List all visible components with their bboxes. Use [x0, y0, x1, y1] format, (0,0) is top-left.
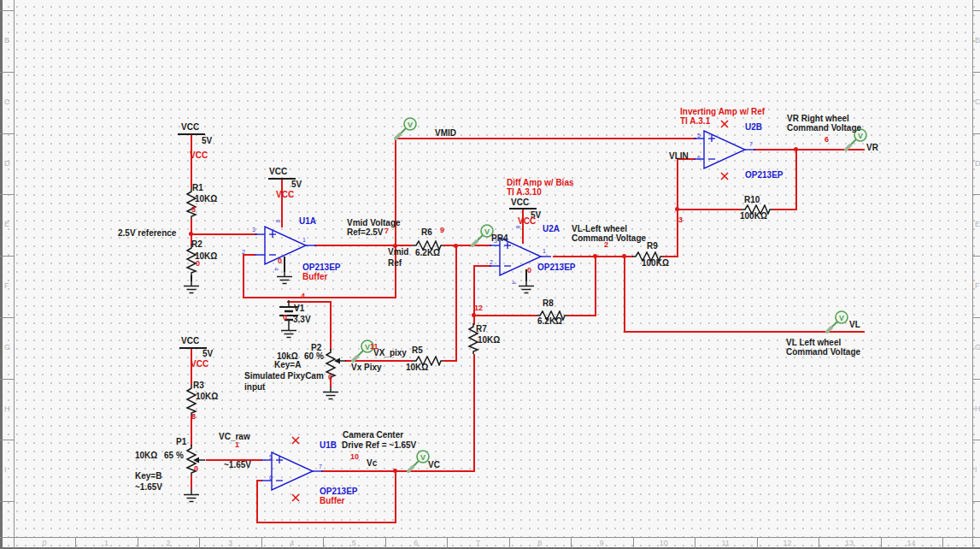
net-label: 7	[384, 227, 389, 235]
ground-symbol[interactable]	[276, 271, 293, 285]
ground-symbol[interactable]	[280, 325, 297, 339]
sheet-row-divider	[0, 317, 14, 318]
sheet-row-divider	[972, 133, 980, 134]
wire[interactable]	[678, 209, 742, 210]
schematic-canvas[interactable]: V V V V V V VCC 5V VCC VCC 5V VCC VCC 5V…	[0, 0, 980, 549]
net-label: 2	[604, 240, 608, 249]
probe-vmid-icon[interactable]: V	[392, 115, 421, 141]
net-label: 1	[235, 440, 239, 449]
source-value: 3.3V	[293, 315, 311, 324]
ground-symbol[interactable]	[183, 280, 200, 294]
resistor-value: 6.2KΩ	[537, 316, 562, 326]
ground-symbol[interactable]	[518, 280, 535, 294]
annotation-vl-out: Command Voltage	[786, 347, 860, 357]
wire[interactable]	[330, 303, 332, 351]
wire[interactable]	[473, 315, 537, 316]
wire[interactable]	[243, 254, 244, 298]
sheet-row-label: H	[4, 404, 10, 413]
ground-symbol[interactable]	[322, 387, 339, 400]
block-title: TI A.3.10	[507, 187, 542, 197]
wire[interactable]	[567, 315, 596, 316]
vcc-label: VCC	[181, 336, 199, 345]
pin-number: 8	[275, 220, 281, 223]
sheet-row-label: C	[975, 97, 980, 106]
sheet-border-line	[972, 0, 973, 549]
wire[interactable]	[191, 475, 192, 489]
wire[interactable]	[474, 265, 491, 267]
vcc-net-label: VCC	[191, 359, 208, 369]
opamp-part: OP213EP	[302, 263, 340, 272]
resistor-ref: R6	[421, 227, 432, 237]
probe-vl-icon[interactable]: V	[824, 309, 853, 334]
svg-text:V: V	[858, 132, 863, 140]
sheet-row-divider	[0, 194, 14, 195]
no-connect-x	[719, 119, 730, 129]
vcc-net-label: VCC	[190, 151, 208, 160]
wire[interactable]	[256, 522, 396, 523]
opamp-ref: U1B	[320, 440, 337, 450]
sheet-column-label: 13	[819, 539, 880, 547]
net-label: 5	[191, 205, 196, 214]
resistor-value: 10KΩ	[478, 335, 500, 345]
wire[interactable]	[244, 254, 255, 256]
annotation-pixycam: input	[244, 382, 265, 392]
annotation-camera: Camera Center	[343, 430, 403, 440]
resistor-ref: R1	[192, 183, 203, 192]
ground-symbol[interactable]	[183, 489, 200, 503]
resistor-value: 10KΩ	[406, 363, 428, 372]
vcc-symbol[interactable]	[178, 133, 205, 135]
vcc-label: VCC	[269, 167, 287, 176]
junction-dot	[675, 207, 679, 211]
wire-vc[interactable]	[321, 470, 475, 472]
svg-text:V: V	[484, 227, 490, 236]
wire[interactable]	[624, 256, 625, 333]
wire[interactable]	[191, 135, 192, 188]
sheet-row-divider	[972, 440, 980, 440]
wire[interactable]	[455, 245, 457, 362]
probe-caption: Vx Pixy	[351, 363, 382, 372]
wire[interactable]	[795, 149, 797, 210]
vcc-symbol[interactable]	[509, 208, 537, 210]
sheet-column-label: 0	[14, 539, 75, 547]
net-label: 8	[191, 412, 196, 421]
annotation-vr-cmd: VR Right wheel	[787, 114, 849, 123]
opamp-u2b[interactable]	[694, 130, 757, 169]
resistor-ref: R9	[647, 241, 658, 251]
wiper-arrow-p2[interactable]	[333, 356, 347, 366]
block-title: Inverting Amp w/ Ref	[680, 107, 765, 116]
wire[interactable]	[595, 256, 596, 316]
wire[interactable]	[191, 233, 257, 235]
opamp-role: Buffer	[302, 272, 327, 281]
net-label: 0	[328, 373, 332, 381]
no-connect-x	[290, 493, 301, 503]
net-label: 10	[350, 452, 359, 461]
sheet-row-label: E	[4, 220, 9, 228]
annotation-vl-cmd: VL-Left wheel	[572, 224, 627, 233]
wire-vmid[interactable]	[396, 138, 696, 139]
pot-key: Key=A	[274, 360, 301, 369]
resistor-r1[interactable]	[185, 188, 197, 219]
wire[interactable]	[443, 360, 457, 362]
annotation-pixycam: Simulated PixyCam	[244, 371, 324, 381]
pin-number: 4	[273, 268, 279, 271]
vcc-value: 5V	[202, 349, 213, 358]
wire[interactable]	[243, 297, 396, 298]
pin-number: 7	[749, 141, 753, 148]
opamp-u1a[interactable]	[255, 226, 318, 265]
annotation-wire-voltage: ~1.65V	[224, 460, 251, 469]
sheet-column-label: 7	[447, 539, 508, 547]
pot-ref: P1	[176, 437, 186, 446]
pot-key: Key=B	[135, 471, 161, 481]
net-label: 3	[678, 215, 683, 224]
wire[interactable]	[395, 470, 396, 523]
wire[interactable]	[314, 245, 396, 246]
wire[interactable]	[772, 209, 797, 210]
annotation-vmid-ref: Ref	[388, 258, 402, 268]
probe-name: VC	[428, 460, 440, 469]
wire[interactable]	[256, 480, 258, 523]
sheet-column-label: 8	[509, 539, 571, 547]
resistor-ref: R8	[543, 298, 554, 308]
pin-number: 7	[319, 463, 322, 470]
wire[interactable]	[473, 354, 475, 472]
wire[interactable]	[396, 245, 413, 246]
